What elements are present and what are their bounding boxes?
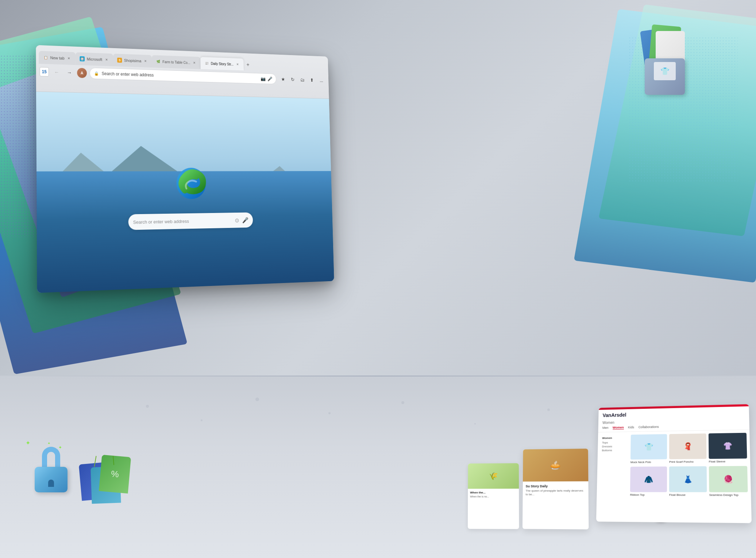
category-dresses[interactable]: Dresses [602,445,627,448]
favorites-button[interactable]: ★ [279,74,288,84]
share-button[interactable]: ⬆ [308,75,316,85]
address-bar-icons: 📷 🎤 [261,76,272,81]
tab-microsoft[interactable]: 🪟 Microsoft ✕ [76,52,113,66]
tab-favicon-daily: 📰 [204,61,209,66]
camera-icon[interactable]: 📷 [261,76,266,81]
search-mic-icon[interactable]: 🎤 [242,217,249,223]
tab-label-daily: Daily Story Str... [211,62,234,66]
back-button[interactable]: ← [52,67,62,77]
toolbar-icons: ★ ↻ 🗂 ⬆ ... [279,74,326,85]
product-row2-spacer [599,467,628,497]
story-card-secondary-content: Su Story Daily The queen of pineapple ta… [523,481,589,500]
nav-women[interactable]: Women [613,426,624,430]
more-options-button[interactable]: ... [317,75,325,85]
speckle [328,412,331,414]
tab-favicon-microsoft: 🪟 [80,56,85,61]
tab-close-microsoft[interactable]: ✕ [104,57,109,62]
tab-close-farm[interactable]: ✕ [192,61,197,65]
product-3[interactable]: 👚 Float Sleeve [709,433,747,464]
speckle [474,423,476,425]
lock-icon: 🔒 [94,71,99,76]
new-tab-button[interactable]: + [243,60,252,69]
star-3: ✦ [47,441,50,445]
product-6[interactable]: 🧶 Seamless Design Top [709,466,748,497]
tab-farm[interactable]: 🌿 Farm to Table Co... ✕ [152,55,201,69]
product-thumb-6: 🧶 [709,466,748,492]
tab-label-microsoft: Microsoft [87,57,102,62]
tab-close-new[interactable]: ✕ [66,56,72,61]
nav-collab[interactable]: Collaborations [639,425,659,429]
browser-search-input[interactable]: Search or enter web address ⊙ 🎤 [128,212,253,230]
edge-logo [174,166,208,201]
speckle [401,401,404,404]
browser-content: Search or enter web address ⊙ 🎤 [36,92,334,293]
story-card-tertiary-image: 🌾 [468,463,519,489]
lock-shackle [42,447,60,467]
product-4[interactable]: 🧥 Ribbon Top [630,466,667,496]
nav-men[interactable]: Men [602,426,609,430]
browser-window: 📋 New tab ✕ 🪟 Microsoft ✕ S Shopisima ✕ … [36,45,334,293]
product-label-1: Mock Neck Polo [630,460,667,464]
category-tops[interactable]: Tops [602,441,627,444]
star-2: ✦ [58,445,62,450]
forward-button[interactable]: → [65,67,74,78]
refresh-button[interactable]: ↻ [288,75,297,84]
product-thumb-5: 👗 [669,466,707,492]
speckle [547,408,550,411]
product-label-6: Seamless Design Top [709,493,748,497]
collections-button[interactable]: 🗂 [298,75,307,85]
tab-label-farm: Farm to Table Co... [162,60,190,65]
story-card-secondary-title: Su Story Daily [526,484,586,488]
shopping-products-row2: 🧥 Ribbon Top 👗 Float Blouse 🧶 Seamless D… [597,466,751,500]
file-organizer-decoration: 👕 [639,22,690,95]
tab-favicon-new: 📋 [43,55,48,60]
tab-new-tab[interactable]: 📋 New tab ✕ [39,51,76,65]
price-tags-decoration: % % % [80,456,146,514]
product-thumb-1: 👕 [630,434,667,460]
story-card-tertiary-title: When the... [470,491,517,494]
nav-kids[interactable]: Kids [628,426,634,430]
category-bottoms[interactable]: Bottoms [602,449,627,452]
product-label-3: Float Sleeve [709,460,747,463]
tab-label-shopisima: Shopisima [124,58,141,63]
story-card-tertiary[interactable]: 🌾 When the... When the is no... [468,463,519,529]
product-thumb-4: 🧥 [630,466,667,492]
tab-shopisima[interactable]: S Shopisima ✕ [113,54,152,67]
product-thumb-2: 🧣 [669,433,706,459]
calendar-button[interactable]: 15 [39,67,49,77]
file-box: 👕 [645,58,685,95]
category-label: Women [602,436,627,440]
tab-close-shopisima[interactable]: ✕ [143,59,148,64]
product-label-4: Ribbon Top [630,493,667,496]
story-card-tertiary-text: When the is no... [470,495,517,498]
speckle [146,405,149,408]
product-thumb-3: 👚 [709,433,747,459]
price-tag-green: % [99,455,131,494]
lock-body [35,467,68,492]
search-placeholder-text: Search or enter web address [133,218,232,225]
star-1: ✦ [26,439,30,446]
product-label-5: Float Blouse [669,493,707,496]
security-lock-decoration: ✦ ✦ ✦ [29,445,73,492]
shopping-sidebar: Women Tops Dresses Bottoms [600,435,629,464]
browser-search-box[interactable]: Search or enter web address ⊙ 🎤 [128,212,253,230]
story-card-secondary[interactable]: 🥧 Su Story Daily The queen of pineapple … [522,449,589,529]
file-content: 👕 [654,62,676,80]
tab-favicon-farm: 🌿 [156,59,161,64]
shopping-products-grid: Women Tops Dresses Bottoms 👕 Mock Neck P… [597,430,750,467]
profile-avatar[interactable]: A [77,68,87,78]
search-camera-icon[interactable]: ⊙ [235,217,239,224]
tab-daily-story[interactable]: 📰 Daily Story Str... ✕ [200,57,243,70]
product-label-2: Print Scarf Poncho [669,460,707,464]
product-1[interactable]: 👕 Mock Neck Polo [630,434,667,464]
story-card-tertiary-content: When the... When the is no... [468,489,519,500]
mic-icon[interactable]: 🎤 [267,76,273,81]
shopping-card[interactable]: VanArsdel Women Men Women Kids Collabora… [596,404,752,523]
product-2[interactable]: 🧣 Print Scarf Poncho [669,433,707,464]
lock-keyhole [48,480,54,487]
tab-close-daily[interactable]: ✕ [235,62,240,67]
product-5[interactable]: 👗 Float Blouse [669,466,707,496]
story-card-secondary-image: 🥧 [523,449,588,481]
address-bar-text: Search or enter web address [102,71,258,81]
speckle [201,419,202,421]
